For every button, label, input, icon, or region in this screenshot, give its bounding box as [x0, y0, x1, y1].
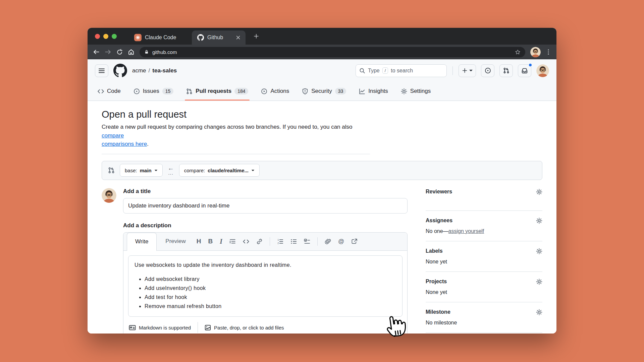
- heading-icon[interactable]: H: [197, 238, 201, 245]
- unordered-list-icon[interactable]: [290, 238, 297, 245]
- breadcrumb-owner[interactable]: acme: [132, 67, 146, 74]
- sidebar-section-reviewers: Reviewers: [426, 189, 542, 211]
- gear-icon[interactable]: [536, 248, 542, 254]
- sidebar-section-labels: Labels None yet: [426, 248, 542, 272]
- back-icon[interactable]: [93, 49, 100, 55]
- toolbar-divider: [270, 237, 270, 246]
- pull-request-icon: [186, 88, 193, 95]
- section-label: Assignees: [426, 218, 452, 224]
- footer-divider: [198, 322, 198, 333]
- zoom-window-button[interactable]: [112, 34, 117, 39]
- page-title: Open a pull request: [102, 109, 542, 120]
- browser-toolbar: github.com: [88, 45, 556, 59]
- notification-dot: [528, 63, 532, 67]
- inbox-icon: [521, 67, 528, 74]
- attach-files-link[interactable]: Paste, drop, or click to add files: [205, 324, 284, 331]
- tab-preview[interactable]: Preview: [157, 233, 194, 250]
- breadcrumb-repo[interactable]: tea-sales: [152, 67, 177, 74]
- bookmark-star-icon[interactable]: [515, 49, 521, 55]
- compare-comparisons-link[interactable]: comparecomparisons here: [102, 132, 147, 147]
- editor-footer: Markdown is supported Paste, drop, or cl…: [123, 321, 407, 334]
- tab-security[interactable]: Security 33: [298, 82, 350, 101]
- tab-label: Actions: [270, 88, 289, 95]
- issues-count-badge: 15: [162, 88, 174, 95]
- compare-branch-dropdown[interactable]: compare: claude/realtime...: [179, 164, 260, 177]
- tab-pull-requests[interactable]: Pull requests 184: [182, 82, 252, 101]
- cross-reference-icon[interactable]: [351, 238, 358, 245]
- minimize-window-button[interactable]: [103, 34, 108, 39]
- issues-header-button[interactable]: [481, 64, 494, 77]
- gear-icon[interactable]: [536, 279, 542, 285]
- attach-file-icon[interactable]: [325, 238, 331, 245]
- bold-icon[interactable]: B: [208, 238, 213, 245]
- github-logo-icon[interactable]: [113, 64, 127, 77]
- pull-request-icon: [503, 67, 509, 74]
- tab-code[interactable]: Code: [94, 82, 125, 101]
- gear-icon[interactable]: [536, 189, 542, 195]
- browser-profile-avatar[interactable]: [530, 47, 541, 57]
- tab-label: Github: [207, 35, 223, 41]
- description-bullet-list: Add websocket library Add useInventory()…: [135, 275, 396, 310]
- branch-selector-bar: base: main ← ... compare: claude/realtim…: [102, 161, 542, 180]
- compare-branch-name: claude/realtime...: [208, 168, 249, 173]
- tab-label: Claude Code: [145, 35, 176, 41]
- assign-yourself-link[interactable]: assign yourself: [448, 228, 484, 234]
- graph-icon: [359, 88, 365, 95]
- tab-insights[interactable]: Insights: [355, 82, 392, 101]
- tab-settings[interactable]: Settings: [397, 82, 435, 101]
- tab-write[interactable]: Write: [127, 233, 157, 251]
- user-avatar[interactable]: [536, 64, 549, 77]
- reload-icon[interactable]: [116, 49, 123, 55]
- close-tab-icon[interactable]: [231, 36, 240, 40]
- author-avatar: [102, 188, 116, 203]
- link-icon[interactable]: [256, 238, 263, 245]
- search-input[interactable]: Type / to search: [356, 64, 447, 77]
- create-new-button[interactable]: [459, 64, 476, 77]
- git-compare-icon: [108, 167, 115, 174]
- tab-label: Code: [107, 88, 121, 95]
- editor-body: Use websockets to update the inventory d…: [123, 251, 407, 322]
- task-list-icon[interactable]: [304, 238, 310, 245]
- hamburger-menu-button[interactable]: [95, 64, 108, 77]
- quote-icon[interactable]: [229, 238, 236, 245]
- home-icon[interactable]: [128, 49, 135, 55]
- code-icon[interactable]: [243, 238, 249, 245]
- breadcrumb-separator: /: [149, 67, 150, 74]
- base-branch-name: main: [140, 168, 152, 173]
- tab-actions[interactable]: Actions: [257, 82, 293, 101]
- tab-label: Insights: [368, 88, 388, 95]
- section-label: Labels: [426, 248, 443, 254]
- inbox-button[interactable]: [518, 64, 531, 77]
- pr-title-input[interactable]: [123, 198, 408, 214]
- tab-label: Security: [311, 88, 332, 95]
- gear-icon[interactable]: [536, 218, 542, 224]
- browser-menu-icon[interactable]: [546, 49, 551, 55]
- description-textarea[interactable]: Use websockets to update the inventory d…: [128, 255, 402, 317]
- description-bullet: Remove manual refresh button: [145, 302, 396, 311]
- gear-icon[interactable]: [536, 309, 542, 315]
- issue-opened-icon: [133, 88, 140, 95]
- description-editor: Write Preview H B I: [123, 232, 408, 334]
- github-header: acme / tea-sales Type / to search: [88, 59, 556, 82]
- browser-tab-claude-code[interactable]: Claude Code: [129, 31, 182, 45]
- pull-requests-header-button[interactable]: [499, 64, 513, 77]
- close-window-button[interactable]: [95, 34, 100, 39]
- forward-icon[interactable]: [105, 49, 111, 55]
- github-favicon-icon: [197, 34, 204, 41]
- tab-issues[interactable]: Issues 15: [129, 82, 178, 101]
- new-tab-button[interactable]: [252, 32, 261, 41]
- repo-navigation: Code Issues 15 Pull requests 184 Actions…: [88, 82, 556, 101]
- browser-tab-github[interactable]: Github: [192, 31, 246, 45]
- mention-icon[interactable]: @: [338, 238, 344, 245]
- ordered-list-icon[interactable]: 12: [277, 238, 283, 245]
- section-label: Reviewers: [426, 189, 452, 195]
- base-branch-dropdown[interactable]: base: main: [120, 164, 163, 177]
- assignees-value: No one—: [426, 228, 448, 234]
- sidebar-section-projects: Projects None yet: [426, 279, 542, 302]
- address-bar[interactable]: github.com: [140, 47, 525, 57]
- search-placeholder-suffix: to search: [391, 68, 413, 74]
- pr-sidebar: Reviewers Assignees No one—assign yourse…: [426, 188, 542, 334]
- main-content: Open a pull request Create a new pull re…: [88, 101, 556, 334]
- markdown-supported-link[interactable]: Markdown is supported: [129, 325, 191, 330]
- italic-icon[interactable]: I: [220, 238, 222, 245]
